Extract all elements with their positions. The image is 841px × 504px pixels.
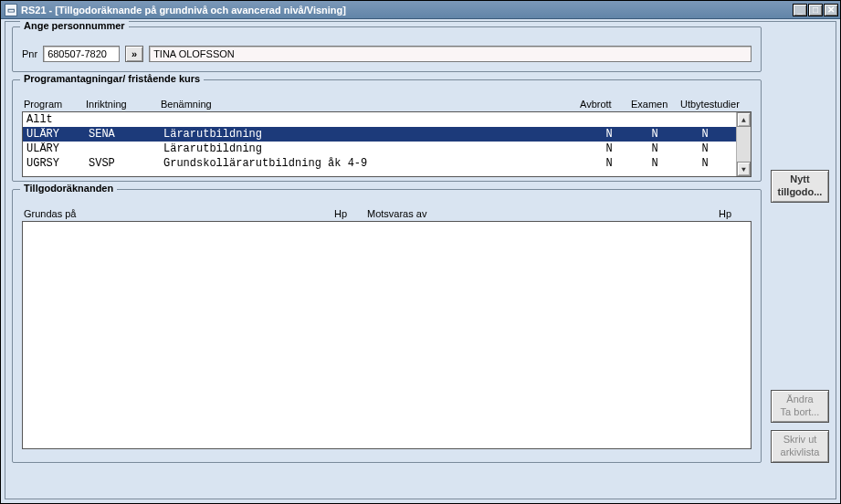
- nytt-line1: Nytt: [790, 173, 809, 184]
- cell-utbytesstudier: N: [678, 156, 732, 171]
- nytt-line2: tillgodo...: [773, 186, 826, 199]
- scroll-track[interactable]: [737, 127, 751, 162]
- cell-examen: N: [632, 127, 678, 142]
- table-row[interactable]: ULÄRYSENALärarutbildningNNN: [23, 127, 736, 142]
- chevron-up-icon: ▲: [741, 116, 746, 124]
- table-row[interactable]: Allt: [23, 112, 736, 127]
- andra-tabort-button[interactable]: Ändra Ta bort...: [771, 390, 829, 423]
- pnr-row: Pnr »: [22, 46, 752, 62]
- minimize-button[interactable]: _: [793, 4, 807, 16]
- close-icon: ✕: [827, 5, 835, 15]
- program-legend: Programantagningar/ fristående kurs: [20, 73, 204, 84]
- chevron-down-icon: ▼: [741, 165, 746, 173]
- hdr-avbrott: Avbrott: [580, 99, 631, 110]
- skriv-line1: Skriv ut: [783, 434, 817, 445]
- cell-utbytesstudier: [678, 112, 732, 127]
- go-icon: »: [131, 48, 137, 59]
- scroll-up-button[interactable]: ▲: [737, 112, 751, 127]
- pnr-input[interactable]: [43, 46, 120, 62]
- hdr-hp1: Hp: [334, 208, 367, 219]
- cell-benamning: Grundskollärarutbildning åk 4-9: [163, 156, 586, 171]
- side-buttons-3: Skriv ut arkivlista: [771, 430, 829, 463]
- minimize-icon: _: [797, 5, 803, 15]
- cell-benamning: Lärarutbildning: [163, 142, 586, 156]
- cell-examen: N: [632, 156, 678, 171]
- window-buttons: _ □ ✕: [792, 4, 838, 16]
- titlebar[interactable]: ▭ RS21 - [Tillgodoräknande på grundnivå …: [1, 1, 840, 19]
- cell-inriktning: [89, 142, 163, 156]
- cell-avbrott: N: [586, 127, 632, 142]
- nytt-tillgodo-button[interactable]: Nytt tillgodo...: [771, 170, 829, 203]
- credits-headers: Grundas på Hp Motsvaras av Hp: [24, 208, 752, 219]
- credits-listbox[interactable]: [22, 221, 752, 449]
- cell-utbytesstudier: N: [678, 142, 732, 156]
- skriv-line2: arkivlista: [773, 446, 826, 459]
- hdr-program: Program: [24, 99, 86, 110]
- cell-program: ULÄRY: [26, 142, 89, 156]
- cell-avbrott: N: [586, 142, 632, 156]
- cell-avbrott: [586, 112, 632, 127]
- cell-program: ULÄRY: [26, 127, 89, 142]
- cell-inriktning: SVSP: [89, 156, 163, 171]
- cell-avbrott: N: [586, 156, 632, 171]
- cell-inriktning: SENA: [89, 127, 163, 142]
- hdr-hp2: Hp: [719, 208, 752, 219]
- hdr-benamning: Benämning: [161, 99, 580, 110]
- hdr-inriktning: Inriktning: [86, 99, 161, 110]
- program-scrollbar[interactable]: ▲ ▼: [736, 112, 751, 176]
- program-listbox[interactable]: AlltULÄRYSENALärarutbildningNNNULÄRYLära…: [22, 111, 752, 177]
- cell-examen: N: [632, 142, 678, 156]
- personnummer-section: Ange personnummer Pnr »: [12, 26, 762, 72]
- andra-line1: Ändra: [786, 394, 813, 404]
- cell-examen: [632, 112, 678, 127]
- credits-section: Tillgodoräknanden Grundas på Hp Motsvara…: [12, 189, 762, 463]
- cell-inriktning: [89, 112, 163, 127]
- window-title: RS21 - [Tillgodoräknande på grundnivå oc…: [21, 5, 792, 16]
- scroll-down-button[interactable]: ▼: [737, 162, 751, 176]
- side-buttons-1: Nytt tillgodo...: [771, 170, 829, 203]
- maximize-button[interactable]: □: [808, 4, 823, 16]
- program-rows: AlltULÄRYSENALärarutbildningNNNULÄRYLära…: [23, 112, 736, 176]
- program-headers: Program Inriktning Benämning Avbrott Exa…: [24, 99, 752, 110]
- main-window: ▭ RS21 - [Tillgodoräknande på grundnivå …: [0, 0, 841, 504]
- personnummer-legend: Ange personnummer: [20, 20, 129, 31]
- hdr-examen: Examen: [631, 99, 680, 110]
- hdr-utbytesstudier: Utbytestudier: [680, 99, 752, 110]
- close-button[interactable]: ✕: [824, 4, 838, 16]
- name-input[interactable]: [149, 46, 752, 62]
- cell-utbytesstudier: N: [678, 127, 732, 142]
- content: Ange personnummer Pnr » Programantagning…: [12, 26, 762, 492]
- program-section: Programantagningar/ fristående kurs Prog…: [12, 79, 762, 182]
- skriv-ut-button[interactable]: Skriv ut arkivlista: [771, 430, 829, 463]
- program-body: Program Inriktning Benämning Avbrott Exa…: [22, 99, 752, 177]
- cell-benamning: [163, 112, 586, 127]
- pnr-go-button[interactable]: »: [125, 46, 143, 62]
- table-row[interactable]: UGRSYSVSPGrundskollärarutbildning åk 4-9…: [23, 156, 736, 171]
- cell-benamning: Lärarutbildning: [163, 127, 586, 142]
- hdr-motsvaras: Motsvaras av: [367, 208, 719, 219]
- andra-line2: Ta bort...: [773, 406, 826, 419]
- credits-legend: Tillgodoräknanden: [20, 183, 117, 194]
- pnr-label: Pnr: [22, 48, 37, 59]
- cell-program: UGRSY: [26, 156, 89, 171]
- cell-program: Allt: [26, 112, 89, 127]
- side-buttons-2: Ändra Ta bort...: [771, 390, 829, 423]
- table-row[interactable]: ULÄRYLärarutbildningNNN: [23, 142, 736, 156]
- app-icon: ▭: [5, 4, 17, 16]
- maximize-icon: □: [813, 5, 818, 15]
- hdr-grundas: Grundas på: [24, 208, 334, 219]
